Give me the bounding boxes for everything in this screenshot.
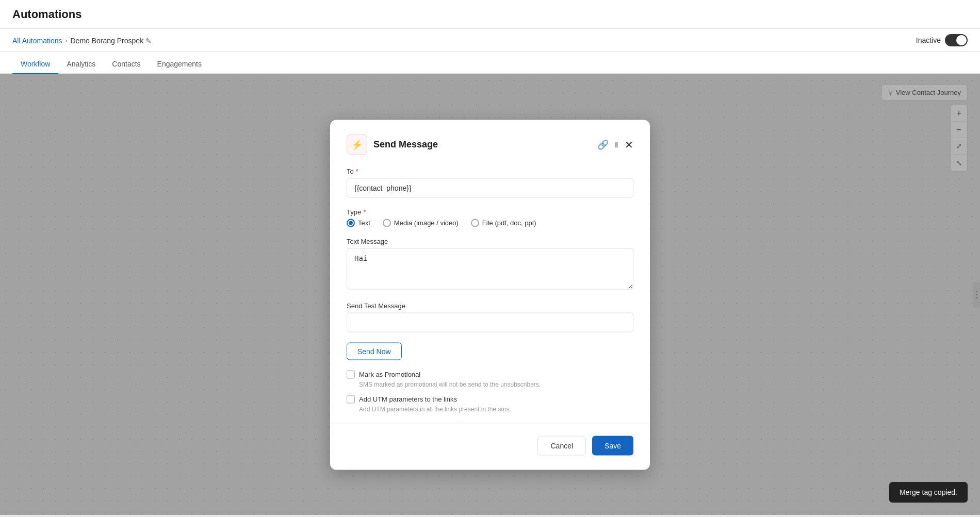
- text-message-label: Text Message: [347, 237, 633, 245]
- radio-file[interactable]: File (pdf, doc, ppt): [471, 219, 536, 227]
- radio-text-label: Text: [358, 219, 370, 227]
- to-field-group: To *: [347, 167, 633, 197]
- breadcrumb-current: Demo Borang Prospek ✎: [71, 37, 152, 45]
- type-required: *: [363, 208, 366, 215]
- radio-file-circle: [471, 219, 479, 227]
- radio-media-label: Media (image / video): [394, 219, 459, 227]
- edit-icon[interactable]: ✎: [145, 37, 152, 45]
- send-test-label: Send Test Message: [347, 302, 633, 309]
- to-required: *: [356, 167, 358, 175]
- tab-engagements[interactable]: Engagements: [149, 55, 210, 74]
- type-field-group: Type * Text Media (image / video) File (…: [347, 208, 633, 227]
- breadcrumb-current-label: Demo Borang Prospek: [71, 37, 144, 45]
- text-message-group: Text Message Hai: [347, 237, 633, 291]
- modal-divider: [330, 423, 650, 423]
- utm-checkbox-row: Add UTM parameters to the links: [347, 395, 633, 403]
- radio-file-label: File (pdf, doc, ppt): [482, 219, 536, 227]
- toast-message: Merge tag copied.: [900, 488, 957, 496]
- radio-media[interactable]: Media (image / video): [383, 219, 459, 227]
- top-bar: Automations: [0, 0, 980, 29]
- lightning-icon: ⚡: [351, 139, 363, 150]
- tab-analytics[interactable]: Analytics: [58, 55, 104, 74]
- tab-contacts[interactable]: Contacts: [104, 55, 149, 74]
- utm-hint: Add UTM parameters in all the links pres…: [359, 405, 633, 412]
- to-label: To *: [347, 167, 633, 175]
- chart-icon[interactable]: ⫴: [615, 140, 618, 149]
- send-now-button[interactable]: Send Now: [347, 342, 402, 360]
- radio-media-circle: [383, 219, 391, 227]
- workflow-canvas: ⑂ View Contact Journey + − ⤢ ⤡ Wabot Plu…: [0, 74, 980, 515]
- inactive-label: Inactive: [916, 36, 941, 44]
- modal-footer: Cancel Save: [347, 433, 633, 455]
- radio-text-circle: [347, 219, 355, 227]
- breadcrumb-separator: ›: [66, 37, 68, 44]
- tab-workflow[interactable]: Workflow: [12, 55, 58, 74]
- promotional-checkbox[interactable]: [347, 370, 355, 378]
- modal-icon: ⚡: [347, 134, 367, 155]
- tab-bar: Workflow Analytics Contacts Engagements: [0, 52, 980, 74]
- utm-label: Add UTM parameters to the links: [359, 395, 457, 403]
- modal-header: ⚡ Send Message 🔗 ⫴ ✕: [347, 134, 633, 155]
- promotional-checkbox-group: Mark as Promotional SMS marked as promot…: [347, 370, 633, 388]
- save-button[interactable]: Save: [592, 436, 633, 455]
- radio-text[interactable]: Text: [347, 219, 370, 227]
- text-message-input[interactable]: Hai: [347, 248, 633, 289]
- link-icon[interactable]: 🔗: [597, 139, 609, 150]
- promotional-hint: SMS marked as promotional will not be se…: [359, 380, 633, 388]
- app-title: Automations: [12, 8, 81, 21]
- nav-bar: All Automations › Demo Borang Prospek ✎ …: [0, 29, 980, 52]
- promotional-label: Mark as Promotional: [359, 371, 420, 378]
- send-message-modal: ⚡ Send Message 🔗 ⫴ ✕ To * Type *: [330, 120, 650, 470]
- send-test-group: Send Test Message: [347, 302, 633, 332]
- modal-actions: 🔗 ⫴ ✕: [597, 138, 633, 151]
- breadcrumb: All Automations › Demo Borang Prospek ✎: [12, 37, 152, 45]
- to-input[interactable]: [347, 178, 633, 197]
- toast-notification: Merge tag copied.: [889, 482, 968, 503]
- send-test-input[interactable]: [347, 312, 633, 332]
- type-radio-group: Text Media (image / video) File (pdf, do…: [347, 219, 633, 227]
- utm-checkbox[interactable]: [347, 395, 355, 403]
- utm-checkbox-group: Add UTM parameters to the links Add UTM …: [347, 395, 633, 412]
- modal-title-group: ⚡ Send Message: [347, 134, 438, 155]
- type-label: Type *: [347, 208, 633, 215]
- toggle-switch[interactable]: [945, 34, 968, 46]
- breadcrumb-all-link[interactable]: All Automations: [12, 37, 62, 45]
- inactive-toggle: Inactive: [916, 34, 968, 46]
- toggle-knob: [956, 35, 967, 45]
- promotional-checkbox-row: Mark as Promotional: [347, 370, 633, 378]
- close-icon[interactable]: ✕: [625, 138, 633, 151]
- modal-title: Send Message: [373, 139, 438, 150]
- send-now-group: Send Now: [347, 342, 633, 360]
- cancel-button[interactable]: Cancel: [537, 436, 586, 455]
